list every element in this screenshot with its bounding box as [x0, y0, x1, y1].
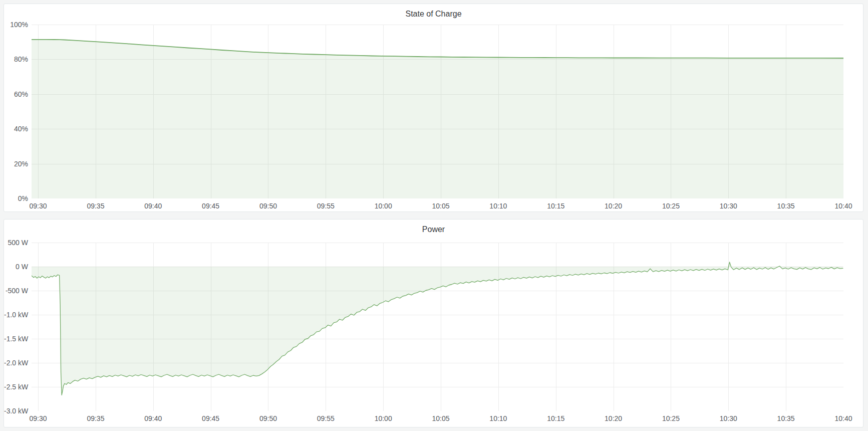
y-axis-tick-label: 80%	[4, 55, 28, 63]
x-axis-tick-label: 10:35	[767, 202, 804, 210]
x-axis-tick-label: 09:50	[249, 202, 286, 210]
x-axis-tick-label: 10:40	[825, 202, 862, 210]
y-axis-tick-label: 0%	[4, 194, 28, 202]
series-area-fill	[32, 262, 843, 395]
panel-power: Power 500 W0 W-500 W-1.0 kW-1.5 kW-2.0 k…	[4, 219, 863, 427]
x-axis-tick-label: 10:00	[365, 414, 402, 423]
x-axis-tick-label: 10:25	[652, 202, 689, 210]
y-axis-tick-label: 40%	[4, 125, 28, 133]
x-axis-tick-label: 09:30	[20, 414, 57, 423]
y-axis-tick-label: 100%	[4, 21, 28, 29]
y-axis-tick-label: 60%	[4, 90, 28, 98]
panel-title-power[interactable]: Power	[4, 225, 863, 234]
y-axis-tick-label: 20%	[4, 160, 28, 168]
x-axis-tick-label: 10:10	[480, 202, 517, 210]
x-axis-tick-label: 09:35	[77, 202, 114, 210]
x-axis-tick-label: 10:05	[422, 414, 459, 423]
x-axis-tick-label: 09:55	[307, 202, 344, 210]
plot-area-state-of-charge[interactable]	[32, 25, 843, 198]
x-axis-tick-label: 09:30	[20, 202, 57, 210]
chart-canvas[interactable]	[32, 25, 843, 198]
x-axis-tick-label: 10:05	[422, 202, 459, 210]
panel-title-state-of-charge[interactable]: State of Charge	[4, 10, 863, 19]
x-axis-tick-label: 10:35	[767, 414, 804, 423]
chart-canvas[interactable]	[32, 243, 843, 411]
x-axis-tick-label: 10:20	[595, 414, 632, 423]
x-axis-tick-label: 10:00	[365, 202, 402, 210]
x-axis-tick-label: 09:55	[307, 414, 344, 423]
panel-state-of-charge: State of Charge 0%20%40%60%80%100%09:300…	[4, 4, 863, 212]
x-axis-tick-label: 09:40	[135, 414, 172, 423]
x-axis-tick-label: 10:40	[825, 414, 862, 423]
x-axis-tick-label: 09:45	[192, 202, 229, 210]
x-axis-tick-label: 09:45	[192, 414, 229, 423]
plot-area-power[interactable]	[32, 243, 843, 411]
x-axis-tick-label: 10:15	[537, 414, 574, 423]
y-axis-tick-label: -500 W	[4, 287, 28, 295]
x-axis-tick-label: 10:15	[537, 202, 574, 210]
x-axis-tick-label: 09:40	[135, 202, 172, 210]
y-axis-tick-label: -1.5 kW	[4, 335, 28, 343]
series-area-fill	[32, 40, 843, 198]
y-axis-tick-label: 0 W	[4, 263, 28, 271]
y-axis-tick-label: 500 W	[4, 239, 28, 247]
grafana-dashboard: { "page": { "background": "#f4f5f5", "pa…	[0, 0, 868, 431]
y-axis-tick-label: -2.5 kW	[4, 383, 28, 391]
y-axis-tick-label: -2.0 kW	[4, 359, 28, 367]
x-axis-tick-label: 10:30	[710, 202, 747, 210]
y-axis-tick-label: -1.0 kW	[4, 311, 28, 319]
x-axis-tick-label: 10:30	[710, 414, 747, 423]
x-axis-tick-label: 09:35	[77, 414, 114, 423]
x-axis-tick-label: 10:10	[480, 414, 517, 423]
x-axis-tick-label: 10:25	[652, 414, 689, 423]
x-axis-tick-label: 09:50	[249, 414, 286, 423]
x-axis-tick-label: 10:20	[595, 202, 632, 210]
y-axis-tick-label: -3.0 kW	[4, 407, 28, 415]
